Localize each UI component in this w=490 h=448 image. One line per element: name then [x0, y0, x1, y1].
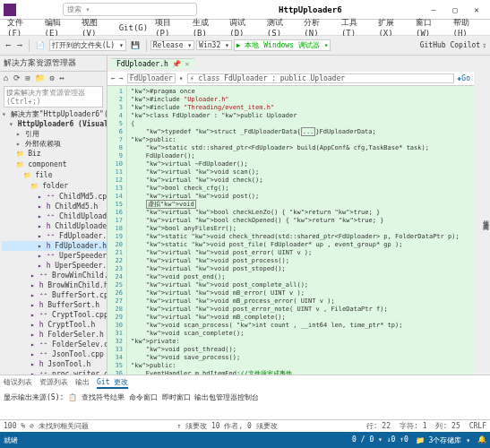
- repo[interactable]: 📁 3个存储库 ▾: [416, 435, 470, 445]
- output-panel: 错误列表资源列表输出Git 更改 显示输出来源(S): 📋 查找符号结果 命令窗…: [0, 375, 490, 419]
- nav-back[interactable]: ⟵: [4, 40, 13, 50]
- tree-item[interactable]: UperSpeeder.cpp: [2, 251, 107, 261]
- share[interactable]: ⇪: [482, 41, 486, 49]
- notifications[interactable]: 🔔: [477, 435, 486, 445]
- tree-item[interactable]: UperSpeeder.h: [2, 261, 107, 271]
- menu-item[interactable]: 项目(P): [151, 17, 189, 38]
- tree-item[interactable]: BufferSort.h: [2, 300, 107, 310]
- scope-combo[interactable]: FdUploader: [127, 73, 176, 83]
- solution-explorer: 解决方案资源管理器 ⌂ ⟳ ⊞ 📁 ⚙ ↔ 搜索解决方案资源管理器(Ctrl+;…: [0, 56, 107, 375]
- tree-item[interactable]: JsonTool.cpp: [2, 349, 107, 359]
- nav-fwd[interactable]: ⟶: [15, 40, 25, 50]
- git-changes[interactable]: 0 / 0 ▾ ↓0 ↑0: [352, 435, 408, 445]
- tree-item[interactable]: ChildUploader.cpp: [2, 211, 107, 221]
- menu-item[interactable]: 文件(F): [4, 17, 41, 38]
- output-btn[interactable]: 命令窗口: [125, 393, 158, 401]
- output-btn[interactable]: 输出包管理器控制台: [191, 393, 260, 401]
- char: 字符: 1: [400, 421, 426, 431]
- menu-item[interactable]: 测试(S): [263, 17, 301, 38]
- menu-item[interactable]: 编辑(E): [41, 17, 79, 38]
- sidebar-title: 解决方案资源管理器: [0, 56, 107, 72]
- copilot[interactable]: GitHub Copilot: [420, 41, 480, 49]
- output-tab[interactable]: 资源列表: [39, 377, 68, 389]
- output-btn[interactable]: 📋: [68, 393, 77, 401]
- line-gutter: 1234567891011121314151617181920212223242…: [107, 86, 127, 375]
- changes[interactable]: ↑ 须要改 10 作者, 0 须要改: [177, 421, 278, 431]
- output-tab[interactable]: Git 更改: [97, 377, 128, 389]
- tree-item[interactable]: ChildUploader.h: [2, 221, 107, 231]
- menubar: 文件(F)编辑(E)视图(V)Git(G)项目(P)生成(B)调试(D)测试(S…: [0, 20, 490, 36]
- sidebar-tools[interactable]: ⌂ ⟳ ⊞ 📁 ⚙ ↔: [0, 72, 107, 84]
- code-text[interactable]: "kw">#pragma once"kw">#include "Uploader…: [127, 86, 474, 375]
- nav-back[interactable]: ←: [111, 74, 116, 82]
- menu-item[interactable]: 窗口(W): [412, 17, 450, 38]
- platform-combo[interactable]: Win32 ▾: [196, 40, 232, 50]
- go-button[interactable]: ✚Go: [458, 74, 470, 82]
- nav-fwd[interactable]: →: [119, 74, 124, 82]
- toolbar: ⟵ ⟶ 📄 打开到的文件夹(L) ▾ 💾 Release ▾ Win32 ▾ ▶…: [0, 36, 490, 56]
- debug-button[interactable]: ▶ 本地 Windows 调试器 ▾: [234, 39, 331, 51]
- close-button[interactable]: ✕: [467, 5, 486, 14]
- tree-item[interactable]: 引用: [2, 129, 107, 139]
- tree-item[interactable]: ChildMd5.h: [2, 202, 107, 211]
- tree-item[interactable]: file: [2, 170, 107, 181]
- save[interactable]: 💾: [128, 40, 142, 50]
- solution-tree[interactable]: 解决方案"HttpUploader6"(4 个项目, 共 HttpUploade…: [0, 109, 107, 375]
- zoom[interactable]: 100 % ⊘ 未找到相关问题: [4, 421, 89, 431]
- code-editor[interactable]: 1234567891011121314151617181920212223242…: [107, 86, 474, 375]
- menu-item[interactable]: Git(G): [116, 23, 152, 32]
- output-btn[interactable]: 即时窗口: [158, 393, 191, 401]
- max-button[interactable]: ▢: [445, 5, 465, 14]
- menu-item[interactable]: 调试(D): [226, 17, 263, 38]
- statusbar: 就绪 0 / 0 ▾ ↓0 ↑0 📁 3个存储库 ▾ 🔔: [0, 432, 490, 448]
- tree-item[interactable]: HttpUploader6 (Visual Studio 201: [2, 119, 107, 129]
- output-tab[interactable]: 输出: [75, 377, 90, 389]
- solution-root[interactable]: 解决方案"HttpUploader6"(4 个项目, 共: [0, 109, 107, 119]
- tree-item[interactable]: ChildMd5.cpp: [2, 192, 107, 202]
- tab-fduploader[interactable]: FdUploader.h📌 ✕: [111, 58, 194, 69]
- editor-tabs: FdUploader.h📌 ✕: [107, 56, 474, 72]
- menu-item[interactable]: 帮助(H): [450, 17, 487, 38]
- line: 行: 22: [366, 421, 391, 431]
- min-button[interactable]: —: [424, 5, 443, 14]
- menu-item[interactable]: 工具(T): [338, 17, 375, 38]
- tree-item[interactable]: JsonTool.h: [2, 359, 107, 369]
- tree-item[interactable]: CryptTool.cpp: [2, 310, 107, 320]
- editor-pane: FdUploader.h📌 ✕ ← → FdUploader ▾ ⚡ class…: [107, 56, 474, 375]
- tree-item[interactable]: FdUploader.cpp: [2, 231, 107, 241]
- encoding[interactable]: CRLF: [469, 422, 486, 430]
- menu-item[interactable]: 视图(V): [78, 17, 116, 38]
- output-body: 显示输出来源(S): 📋 查找符号结果 命令窗口 即时窗口 输出包管理器控制台: [0, 391, 490, 419]
- status-ready: 就绪: [4, 435, 18, 445]
- tree-item[interactable]: FdUploader.h: [2, 241, 107, 251]
- tree-item[interactable]: CryptTool.h: [2, 320, 107, 330]
- tree-item[interactable]: Biz: [2, 149, 107, 159]
- tree-item[interactable]: 外部依赖项: [2, 139, 107, 149]
- tree-item[interactable]: folder: [2, 181, 107, 192]
- nav-bar: ← → FdUploader ▾ ⚡ class FdUploader : pu…: [107, 72, 474, 86]
- open-folder[interactable]: 打开到的文件夹(L) ▾: [49, 39, 126, 51]
- config-combo[interactable]: Release ▾: [150, 40, 194, 50]
- tree-item[interactable]: FolderSeler.h: [2, 330, 107, 340]
- vs-icon: [4, 4, 16, 16]
- tree-item[interactable]: FolderSelev.cpp: [2, 340, 107, 349]
- member-combo[interactable]: ⚡ class FdUploader : public Uploader: [187, 73, 454, 83]
- tree-item[interactable]: BufferSort.cpp: [2, 290, 107, 300]
- output-tabs[interactable]: 错误列表资源列表输出Git 更改: [0, 375, 490, 391]
- new-file[interactable]: 📄: [33, 40, 47, 50]
- tree-item[interactable]: component: [2, 159, 107, 170]
- menu-item[interactable]: 生成(B): [189, 17, 227, 38]
- window-title: HttpUploader6: [279, 5, 341, 14]
- tree-item[interactable]: BrowWinChild.cpp: [2, 271, 107, 280]
- output-btn[interactable]: 查找符号结果: [77, 393, 125, 401]
- output-tab[interactable]: 错误列表: [4, 377, 32, 389]
- editor-info-bar: 100 % ⊘ 未找到相关问题 ↑ 须要改 10 作者, 0 须要改 行: 22…: [0, 419, 490, 432]
- tree-item[interactable]: BrowWinChild.h: [2, 280, 107, 290]
- menu-item[interactable]: 扩展(X): [374, 17, 412, 38]
- menu-item[interactable]: 分析(N): [300, 17, 338, 38]
- sidebar-search[interactable]: 搜索解决方案资源管理器(Ctrl+;): [4, 86, 103, 108]
- right-toolbox[interactable]: 属性 工具箱: [474, 56, 490, 375]
- col: 列: 25: [435, 421, 460, 431]
- title-search[interactable]: 搜索 ▾: [63, 3, 197, 16]
